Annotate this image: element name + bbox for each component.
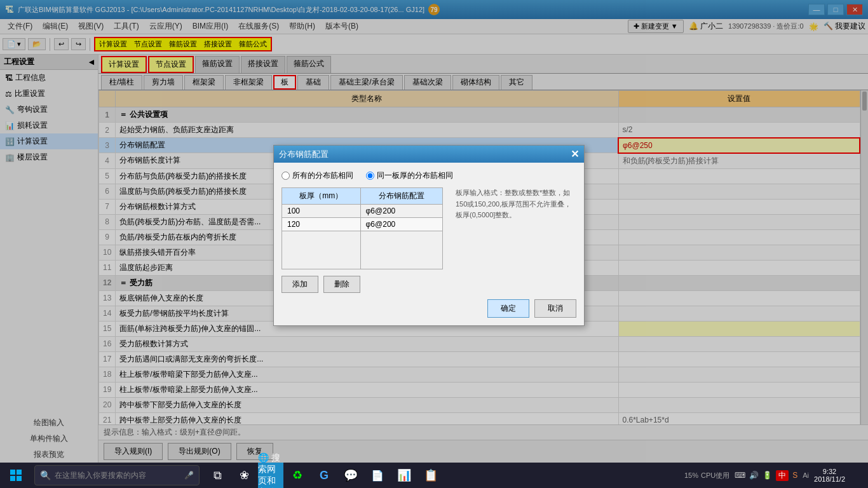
dialog-title-bar: 分布钢筋配置 ✕ (274, 146, 584, 163)
dialog-overlay: 分布钢筋配置 ✕ 所有的分布筋相同 同一板厚的分布筋相同 (0, 0, 868, 488)
mic-icon: 🎤 (184, 471, 194, 480)
config-cell[interactable]: φ6@200 (360, 218, 442, 231)
network-icon[interactable]: ⌨ (735, 471, 745, 480)
col-thickness-header: 板厚（mm） (282, 188, 361, 205)
sogou-icon[interactable]: S (792, 471, 797, 480)
radio-same-thickness[interactable]: 同一板厚的分布筋相同 (366, 170, 453, 181)
input-method-indicator[interactable]: 中 (776, 470, 789, 481)
cancel-button[interactable]: 取消 (534, 299, 576, 318)
show-desktop-button[interactable] (850, 469, 863, 482)
radio-same-thickness-input[interactable] (366, 172, 374, 180)
battery-icon[interactable]: 🔋 (763, 471, 772, 480)
dialog-title-text: 分布钢筋配置 (279, 149, 329, 160)
taskbar-apps: ⧉ ❀ 🌐 搜索网页和文件 ♻ G 💬 📄 📊 📋 (205, 463, 444, 488)
taskbar: 🔍 在这里输入你要搜索的内容 🎤 ⧉ ❀ 🌐 搜索网页和文件 ♻ G 💬 📄 📊… (0, 463, 868, 488)
dialog-note: 板厚输入格式：整数或整数*整数，如150或150,200,板厚范围不允许重叠，板… (449, 187, 576, 221)
distribution-rebar-dialog: 分布钢筋配置 ✕ 所有的分布筋相同 同一板厚的分布筋相同 (273, 145, 585, 326)
windows-icon (10, 469, 22, 482)
taskbar-search[interactable]: 🔍 在这里输入你要搜索的内容 🎤 (34, 465, 200, 485)
dialog-confirm-buttons: 确定 取消 (281, 299, 576, 318)
add-button[interactable]: 添加 (281, 276, 318, 293)
dialog-close-button[interactable]: ✕ (571, 148, 579, 160)
thickness-cell[interactable]: 120 (282, 218, 361, 231)
thickness-cell[interactable]: 100 (282, 205, 361, 218)
taskbar-app-9[interactable]: 📋 (418, 463, 444, 488)
taskbar-app-pdf[interactable]: 📄 (365, 463, 390, 488)
volume-icon[interactable]: 🔊 (749, 471, 759, 480)
taskbar-right: 15% CPU使用 ⌨ 🔊 🔋 中 S Ai 9:32 2018/11/2 (684, 468, 868, 483)
dialog-table-empty-row (282, 231, 443, 269)
svg-rect-2 (10, 476, 15, 481)
taskbar-app-g[interactable]: G (311, 463, 337, 488)
dialog-table-row: 120 φ6@200 (282, 218, 443, 231)
radio-all-same-input[interactable] (281, 172, 290, 180)
taskbar-time: 9:32 2018/11/2 (814, 468, 845, 483)
search-icon: 🔍 (40, 470, 51, 480)
taskbar-app-6[interactable]: ♻ (285, 463, 310, 488)
dialog-table-row: 100 φ6@200 (282, 205, 443, 218)
taskbar-app-windows[interactable]: ❀ (231, 463, 257, 488)
cpu-usage: 15% CPU使用 (684, 471, 729, 480)
svg-rect-3 (17, 476, 22, 481)
config-cell[interactable]: φ6@200 (360, 205, 442, 218)
ai-label: Ai (803, 471, 809, 479)
sys-tray: ⌨ 🔊 🔋 中 S (735, 470, 797, 481)
confirm-button[interactable]: 确定 (487, 299, 529, 318)
start-button[interactable] (0, 463, 32, 488)
taskbar-app-task-view[interactable]: ⧉ (205, 463, 230, 488)
dialog-body: 所有的分布筋相同 同一板厚的分布筋相同 板厚（mm） 分布钢筋配置 (274, 163, 584, 325)
col-config-header: 分布钢筋配置 (360, 188, 442, 205)
dialog-table-container: 板厚（mm） 分布钢筋配置 100 φ6@200 120 φ6@20 (281, 187, 443, 293)
svg-rect-1 (17, 470, 22, 475)
dialog-action-row: 板厚（mm） 分布钢筋配置 100 φ6@200 120 φ6@20 (281, 187, 576, 293)
dialog-rebar-table: 板厚（mm） 分布钢筋配置 100 φ6@200 120 φ6@20 (281, 187, 443, 269)
taskbar-app-8[interactable]: 📊 (391, 463, 417, 488)
svg-rect-0 (10, 470, 15, 475)
taskbar-app-browser[interactable]: 🌐 搜索网页和文件 (258, 463, 283, 488)
radio-all-same[interactable]: 所有的分布筋相同 (281, 170, 353, 181)
taskbar-app-chat[interactable]: 💬 (338, 463, 363, 488)
table-action-buttons: 添加 删除 (281, 276, 443, 293)
delete-button[interactable]: 删除 (323, 276, 360, 293)
radio-row: 所有的分布筋相同 同一板厚的分布筋相同 (281, 170, 576, 181)
